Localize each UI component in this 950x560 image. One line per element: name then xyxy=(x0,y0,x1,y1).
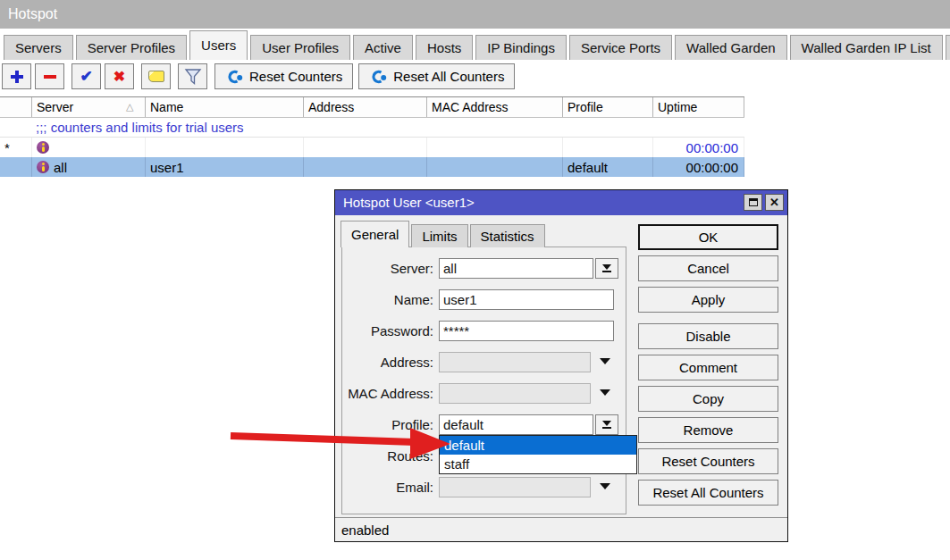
row-address xyxy=(304,138,427,157)
remove-button[interactable] xyxy=(35,63,64,89)
header-profile[interactable]: Profile xyxy=(563,97,653,117)
close-button[interactable]: ✕ xyxy=(765,194,784,211)
cross-icon: ✖ xyxy=(113,68,125,85)
disable-button[interactable]: ✖ xyxy=(105,63,134,89)
dialog-tab-limits[interactable]: Limits xyxy=(411,224,467,247)
disable-button[interactable]: Disable xyxy=(638,323,778,349)
row-profile xyxy=(563,138,653,157)
chevron-down-icon xyxy=(602,421,611,426)
chevron-down-icon xyxy=(602,264,611,270)
password-label: Password: xyxy=(335,321,433,341)
row-profile: default xyxy=(563,157,653,177)
table-row-selected[interactable]: all user1 default 00:00:00 xyxy=(0,157,744,177)
maximize-button[interactable] xyxy=(744,194,762,211)
note-icon xyxy=(148,71,164,82)
filter-button[interactable] xyxy=(178,63,207,89)
row-name xyxy=(146,138,304,157)
reset-all-counters-label: Reset All Counters xyxy=(393,69,504,84)
minus-icon xyxy=(44,75,56,79)
maximize-icon xyxy=(749,198,758,206)
tab-servers[interactable]: Servers xyxy=(4,35,73,60)
dialog-tabstrip: General Limits Statistics xyxy=(340,221,547,247)
tab-user-profiles[interactable]: User Profiles xyxy=(250,35,350,60)
row-flag xyxy=(0,157,32,177)
hotspot-window: Hotspot Servers Server Profiles Users Us… xyxy=(0,0,950,560)
comment-button[interactable]: Comment xyxy=(638,355,778,380)
row-server xyxy=(32,138,146,157)
mac-address-expand-arrow-icon[interactable] xyxy=(600,389,610,396)
mac-address-label: MAC Address: xyxy=(335,383,433,404)
users-table: Server Name Address MAC Address Profile … xyxy=(0,96,744,177)
header-name[interactable]: Name xyxy=(146,97,304,117)
profile-dropdown-button[interactable] xyxy=(595,414,618,435)
address-field[interactable] xyxy=(439,352,591,372)
tab-walled-garden[interactable]: Walled Garden xyxy=(675,35,787,60)
general-groupbox xyxy=(341,247,626,514)
dropdown-option-default[interactable]: default xyxy=(440,436,636,455)
status-separator xyxy=(335,517,787,518)
row-flag: * xyxy=(0,138,32,157)
reset-counters-button[interactable]: Reset Counters xyxy=(638,448,778,474)
funnel-icon xyxy=(183,67,203,87)
tab-ip-bindings[interactable]: IP Bindings xyxy=(475,35,567,60)
status-text: enabled xyxy=(341,519,389,542)
routes-label: Routes: xyxy=(335,446,433,466)
dialog-title: Hotspot User <user1> xyxy=(335,190,787,215)
row-uptime: 00:00:00 xyxy=(653,157,744,177)
row-mac-address xyxy=(427,157,563,177)
tab-users[interactable]: Users xyxy=(189,30,248,60)
row-address xyxy=(304,157,427,177)
ok-button[interactable]: OK xyxy=(638,224,778,250)
name-label: Name: xyxy=(335,289,433,310)
add-button[interactable] xyxy=(2,63,31,89)
remove-button[interactable]: Remove xyxy=(638,417,778,443)
profile-field[interactable] xyxy=(439,414,593,435)
tab-active[interactable]: Active xyxy=(353,35,413,60)
reset-counters-toolbar-button[interactable]: Reset Counters xyxy=(214,63,353,89)
email-field[interactable] xyxy=(439,477,591,497)
dropdown-option-staff[interactable]: staff xyxy=(440,455,636,473)
comment-button[interactable] xyxy=(141,63,171,89)
tab-hosts[interactable]: Hosts xyxy=(416,35,473,60)
row-name: user1 xyxy=(146,157,304,177)
reset-all-counters-button[interactable]: Reset All Counters xyxy=(638,480,778,506)
dialog-tab-statistics[interactable]: Statistics xyxy=(470,224,545,247)
window-title: Hotspot xyxy=(0,0,950,29)
sort-ascending-icon: △ xyxy=(126,101,133,113)
dialog-tab-general[interactable]: General xyxy=(340,221,409,247)
server-dropdown-button[interactable] xyxy=(595,258,618,279)
password-field[interactable] xyxy=(439,321,614,341)
email-expand-arrow-icon[interactable] xyxy=(600,483,610,489)
apply-button[interactable]: Apply xyxy=(638,287,778,313)
reset-all-counters-icon xyxy=(369,70,387,84)
main-tabstrip: Servers Server Profiles Users User Profi… xyxy=(4,30,950,60)
cancel-button[interactable]: Cancel xyxy=(638,255,778,281)
profile-dropdown-list: default staff xyxy=(439,435,637,474)
header-flag-column[interactable] xyxy=(0,97,32,117)
hotspot-user-icon xyxy=(37,161,49,173)
name-field[interactable] xyxy=(439,289,614,310)
table-row[interactable]: * 00:00:00 xyxy=(0,138,744,157)
server-label: Server: xyxy=(335,258,433,279)
row-mac-address xyxy=(427,138,563,157)
tab-server-profiles[interactable]: Server Profiles xyxy=(76,35,187,60)
mac-address-field[interactable] xyxy=(439,383,591,404)
close-icon: ✕ xyxy=(769,196,779,209)
tab-service-ports[interactable]: Service Ports xyxy=(569,35,672,60)
reset-counters-icon xyxy=(225,70,243,84)
header-address[interactable]: Address xyxy=(304,97,427,117)
row-uptime: 00:00:00 xyxy=(653,138,744,157)
header-uptime[interactable]: Uptime xyxy=(653,97,744,117)
address-label: Address: xyxy=(335,352,433,372)
reset-all-counters-toolbar-button[interactable]: Reset All Counters xyxy=(358,63,515,89)
comment-row[interactable]: ;;; counters and limits for trial users xyxy=(0,118,744,138)
address-expand-arrow-icon[interactable] xyxy=(600,358,610,364)
enable-button[interactable]: ✔ xyxy=(71,63,101,89)
copy-button[interactable]: Copy xyxy=(638,386,778,412)
plus-icon xyxy=(10,70,24,84)
header-mac-address[interactable]: MAC Address xyxy=(427,97,563,117)
tab-cookies[interactable]: Cookies xyxy=(946,35,950,60)
server-field[interactable] xyxy=(439,258,593,279)
check-icon: ✔ xyxy=(80,67,92,86)
tab-walled-garden-ip-list[interactable]: Walled Garden IP List xyxy=(790,35,943,60)
